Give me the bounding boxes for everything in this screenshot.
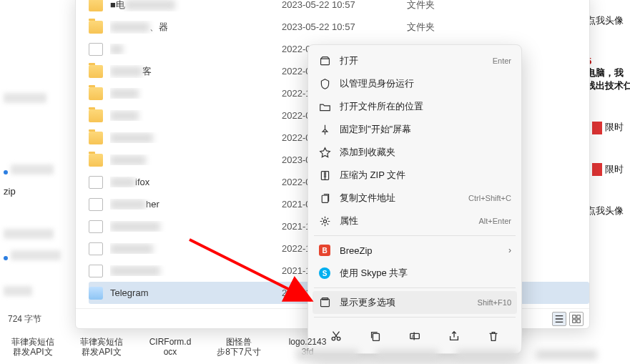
menu-item-skype[interactable]: S使用 Skype 共享 <box>312 262 517 285</box>
folder-open-icon <box>318 100 331 113</box>
file-type: 文件夹 <box>407 0 471 11</box>
desktop-icon-label[interactable]: 菲律宾短信群发API文 <box>76 337 127 364</box>
file-name <box>110 243 282 255</box>
file-icon <box>89 220 103 233</box>
desktop-icon-label[interactable]: CIRForm.docx <box>144 337 196 364</box>
svg-point-7 <box>323 220 326 222</box>
svg-rect-4 <box>320 59 329 65</box>
copy-path-icon <box>318 192 331 205</box>
zip-label: zip <box>4 186 16 197</box>
bg-text: 点我头像 <box>584 205 630 217</box>
folder-icon <box>89 0 103 11</box>
svg-rect-6 <box>322 195 328 202</box>
menu-item-more[interactable]: 显示更多选项Shift+F10 <box>312 291 517 314</box>
file-row[interactable]: ■电2023-05-22 10:57文件夹 <box>89 0 589 16</box>
desktop-icon-label[interactable]: 菲律宾短信群发API文 <box>7 337 59 364</box>
file-row[interactable]: 、器2023-05-22 10:57文件夹 <box>89 16 589 38</box>
background-panel: 点我头像 5 电脑，我 线出技术仁 " 限时 " 限时 点我头像 <box>584 0 630 364</box>
file-type: 文件夹 <box>407 21 471 34</box>
menu-item-label: 显示更多选项 <box>340 296 469 309</box>
admin-icon <box>318 77 331 90</box>
app-icon <box>89 287 103 300</box>
menu-item-label: 压缩为 ZIP 文件 <box>340 169 511 182</box>
file-name: 客 <box>110 65 282 78</box>
menu-item-accel: Enter <box>493 56 511 65</box>
menu-item-accel: Ctrl+Shift+C <box>468 194 511 202</box>
bg-text: 点我头像 <box>584 14 630 27</box>
left-sidebar: zip <box>0 0 75 364</box>
file-name: Telegram <box>110 287 282 298</box>
menu-item-label: 固定到"开始"屏幕 <box>340 123 511 136</box>
desktop-icon-label[interactable]: 图怪兽步8下7尺寸 <box>213 337 265 364</box>
folder-icon <box>89 154 103 167</box>
bg-text: " 限时 <box>584 163 630 177</box>
svg-rect-2 <box>573 319 576 322</box>
file-name <box>110 110 282 122</box>
bg-text: 电脑，我 <box>584 67 630 79</box>
menu-item-accel: Shift+F10 <box>478 298 511 307</box>
file-name <box>110 88 282 99</box>
file-name <box>110 132 282 144</box>
menu-separator <box>314 287 516 288</box>
folder-icon <box>89 65 103 78</box>
bg-text: 线出技术仁 <box>584 79 630 92</box>
menu-item-accel: Alt+Enter <box>478 217 511 225</box>
file-name <box>110 154 282 166</box>
menu-separator <box>314 235 516 236</box>
file-icon <box>89 265 103 277</box>
more-icon <box>318 296 331 309</box>
file-date: 2023-05-22 10:57 <box>282 0 407 10</box>
menu-item-label: 打开 <box>340 54 484 67</box>
file-icon <box>89 198 103 211</box>
file-icon <box>89 43 103 56</box>
menu-item-open[interactable]: 打开Enter <box>312 49 517 72</box>
file-date: 2023-05-22 10:57 <box>282 21 407 32</box>
skype-icon: S <box>318 267 331 280</box>
menu-item-zip[interactable]: 压缩为 ZIP 文件 <box>312 164 517 187</box>
file-name <box>110 265 282 277</box>
file-icon <box>89 242 103 255</box>
menu-item-label: BreeZip <box>340 245 500 256</box>
menu-item-label: 以管理员身份运行 <box>340 77 511 90</box>
file-name <box>110 44 282 55</box>
menu-item-star[interactable]: 添加到收藏夹 <box>312 141 517 164</box>
open-icon <box>318 54 331 67</box>
breezip-icon: B <box>318 244 331 257</box>
menu-item-folder-open[interactable]: 打开文件所在的位置 <box>312 95 517 118</box>
menu-item-label: 打开文件所在的位置 <box>340 100 511 113</box>
status-bar-text: 724 字节 <box>8 313 41 325</box>
folder-icon <box>89 132 103 144</box>
menu-item-label: 添加到收藏夹 <box>340 146 511 159</box>
menu-item-copy-path[interactable]: 复制文件地址Ctrl+Shift+C <box>312 187 517 210</box>
svg-rect-0 <box>573 315 576 318</box>
context-menu: 打开Enter以管理员身份运行打开文件所在的位置固定到"开始"屏幕添加到收藏夹压… <box>307 44 522 354</box>
file-name: 、器 <box>110 21 282 34</box>
menu-item-props[interactable]: 属性Alt+Enter <box>312 210 517 232</box>
pin-icon <box>318 123 331 136</box>
menu-item-label: 复制文件地址 <box>340 192 460 205</box>
folder-icon <box>89 109 103 122</box>
file-name: ifox <box>110 177 282 188</box>
view-details-button[interactable] <box>552 312 566 326</box>
svg-rect-3 <box>577 319 580 322</box>
view-icons-button[interactable] <box>569 312 584 326</box>
bg-text: " 限时 <box>584 121 630 134</box>
menu-separator <box>314 317 516 318</box>
star-icon <box>318 146 331 159</box>
menu-item-label: 属性 <box>340 215 470 227</box>
menu-item-admin[interactable]: 以管理员身份运行 <box>312 72 517 95</box>
file-name: her <box>110 199 282 210</box>
folder-icon <box>89 87 103 100</box>
bottom-blur <box>297 350 597 364</box>
menu-item-breezip[interactable]: BBreeZip› <box>312 239 517 262</box>
svg-rect-1 <box>577 315 580 318</box>
menu-item-pin[interactable]: 固定到"开始"屏幕 <box>312 118 517 141</box>
chevron-right-icon: › <box>508 245 511 255</box>
file-name <box>110 221 282 232</box>
svg-rect-8 <box>320 299 329 306</box>
menu-item-label: 使用 Skype 共享 <box>340 267 511 280</box>
props-icon <box>318 215 331 227</box>
file-name: ■电 <box>110 0 282 11</box>
folder-icon <box>89 21 103 34</box>
bg-text: 5 <box>584 56 630 67</box>
